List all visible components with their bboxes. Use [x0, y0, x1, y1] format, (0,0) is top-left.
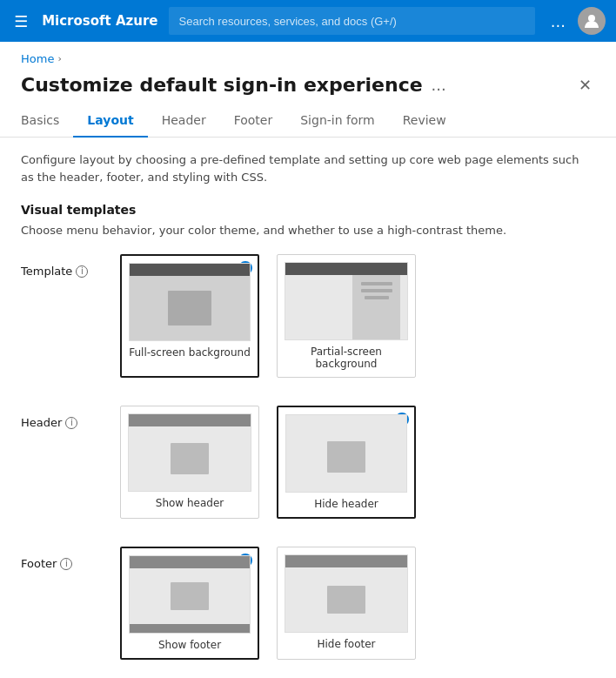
- tab-layout[interactable]: Layout: [73, 104, 147, 138]
- page-header: Customize default sign-in experience ...…: [0, 69, 616, 104]
- header-option-show[interactable]: Show header: [120, 406, 259, 519]
- topbar-right: ...: [546, 7, 606, 35]
- show-footer-preview: [129, 555, 251, 634]
- avatar[interactable]: [578, 7, 606, 35]
- template-fullscreen-preview: [129, 263, 251, 341]
- tab-footer[interactable]: Footer: [220, 104, 287, 138]
- footer-label: Footer i: [21, 547, 99, 570]
- show-header-label: Show header: [128, 497, 251, 509]
- close-icon[interactable]: ✕: [575, 72, 595, 97]
- show-footer-label: Show footer: [129, 639, 251, 651]
- template-info-icon[interactable]: i: [76, 265, 88, 278]
- template-option-partial[interactable]: Partial-screen background: [277, 254, 416, 378]
- search-input[interactable]: [169, 7, 535, 35]
- main-content: Home › Customize default sign-in experie…: [0, 42, 616, 678]
- hide-header-preview: [285, 414, 407, 493]
- tab-basics[interactable]: Basics: [21, 104, 73, 138]
- hide-header-label: Hide header: [285, 498, 407, 510]
- hide-footer-preview: [285, 554, 408, 633]
- footer-option-hide[interactable]: Hide footer: [277, 547, 416, 660]
- content-body: Configure layout by choosing a pre-defin…: [0, 138, 616, 678]
- page-more-icon[interactable]: ...: [432, 76, 446, 94]
- template-partial-preview: [285, 262, 408, 340]
- header-info-icon[interactable]: i: [65, 417, 77, 429]
- topbar: ☰ Microsoft Azure ...: [0, 0, 616, 42]
- footer-options: Show footer Hide footer: [120, 547, 416, 660]
- header-label: Header i: [21, 406, 99, 429]
- page-title: Customize default sign-in experience: [21, 74, 423, 96]
- visual-templates-desc: Choose menu behavior, your color theme, …: [21, 224, 595, 237]
- tab-header[interactable]: Header: [148, 104, 220, 138]
- template-label: Template i: [21, 254, 99, 278]
- hide-footer-label: Hide footer: [285, 638, 408, 650]
- template-field-row: Template i Full-screen background: [21, 254, 595, 385]
- template-options: Full-screen background: [120, 254, 416, 378]
- template-option-fullscreen[interactable]: Full-screen background: [120, 254, 259, 378]
- visual-templates-title: Visual templates: [21, 203, 595, 217]
- breadcrumb-home[interactable]: Home: [21, 52, 54, 65]
- header-field-row: Header i Show header: [21, 406, 595, 526]
- template-partial-label: Partial-screen background: [285, 346, 408, 370]
- tab-review[interactable]: Review: [389, 104, 460, 138]
- breadcrumb-chevron-icon: ›: [57, 53, 61, 64]
- header-option-hide[interactable]: Hide header: [277, 406, 416, 519]
- show-header-preview: [128, 413, 251, 492]
- hamburger-icon[interactable]: ☰: [10, 9, 31, 34]
- tab-signin-form[interactable]: Sign-in form: [286, 104, 388, 138]
- template-fullscreen-label: Full-screen background: [129, 346, 251, 359]
- footer-info-icon[interactable]: i: [60, 558, 72, 570]
- footer-option-show[interactable]: Show footer: [120, 547, 259, 660]
- svg-point-0: [588, 15, 595, 22]
- layout-description: Configure layout by choosing a pre-defin…: [21, 151, 595, 185]
- breadcrumb: Home ›: [0, 42, 616, 69]
- topbar-more-icon[interactable]: ...: [546, 9, 571, 34]
- header-options: Show header Hide header: [120, 406, 416, 519]
- brand-label: Microsoft Azure: [42, 13, 157, 29]
- footer-field-row: Footer i Show footer: [21, 547, 595, 667]
- tabs: Basics Layout Header Footer Sign-in form…: [0, 104, 616, 138]
